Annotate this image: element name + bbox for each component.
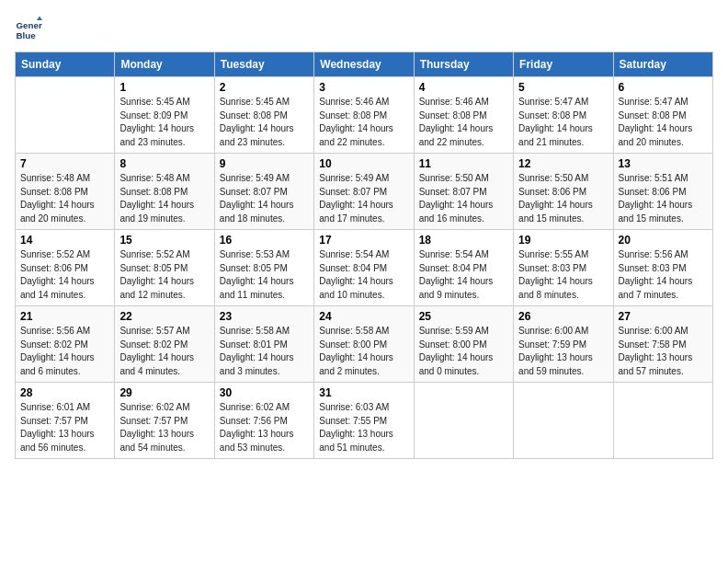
day-number: 2: [220, 81, 309, 94]
day-number: 18: [419, 234, 508, 247]
day-info: Sunrise: 5:48 AM Sunset: 8:08 PM Dayligh…: [119, 172, 209, 225]
calendar-table: SundayMondayTuesdayWednesdayThursdayFrid…: [15, 52, 713, 459]
day-number: 10: [319, 157, 408, 170]
day-info: Sunrise: 5:52 AM Sunset: 8:05 PM Dayligh…: [119, 248, 209, 302]
day-info: Sunrise: 5:59 AM Sunset: 8:00 PM Dayligh…: [419, 325, 508, 378]
weekday-header: Friday: [514, 52, 613, 77]
svg-text:General: General: [17, 20, 43, 30]
day-number: 16: [220, 234, 309, 247]
day-info: Sunrise: 5:58 AM Sunset: 8:00 PM Dayligh…: [319, 325, 408, 378]
day-info: Sunrise: 5:55 AM Sunset: 8:03 PM Dayligh…: [518, 248, 608, 302]
day-info: Sunrise: 5:50 AM Sunset: 8:06 PM Dayligh…: [518, 172, 608, 225]
svg-marker-2: [37, 17, 42, 21]
calendar-cell: 17Sunrise: 5:54 AM Sunset: 8:04 PM Dayli…: [314, 230, 414, 306]
calendar-cell: 3Sunrise: 5:46 AM Sunset: 8:08 PM Daylig…: [314, 77, 414, 154]
calendar-cell: 1Sunrise: 5:45 AM Sunset: 8:09 PM Daylig…: [115, 77, 214, 154]
logo: General Blue: [15, 15, 42, 42]
day-info: Sunrise: 5:47 AM Sunset: 8:08 PM Dayligh…: [619, 96, 708, 149]
day-info: Sunrise: 5:49 AM Sunset: 8:07 PM Dayligh…: [220, 172, 309, 225]
weekday-header: Saturday: [613, 52, 712, 77]
day-info: Sunrise: 5:45 AM Sunset: 8:08 PM Dayligh…: [220, 96, 309, 149]
calendar-cell: [16, 77, 115, 154]
calendar-cell: 11Sunrise: 5:50 AM Sunset: 8:07 PM Dayli…: [414, 154, 513, 230]
day-number: 26: [518, 310, 608, 323]
calendar-cell: 15Sunrise: 5:52 AM Sunset: 8:05 PM Dayli…: [115, 230, 214, 306]
calendar-week-row: 14Sunrise: 5:52 AM Sunset: 8:06 PM Dayli…: [16, 230, 713, 306]
calendar-cell: 13Sunrise: 5:51 AM Sunset: 8:06 PM Dayli…: [613, 154, 712, 230]
calendar-cell: 27Sunrise: 6:00 AM Sunset: 7:58 PM Dayli…: [613, 306, 712, 383]
day-number: 11: [419, 157, 508, 170]
calendar-cell: 31Sunrise: 6:03 AM Sunset: 7:55 PM Dayli…: [314, 383, 414, 459]
calendar-cell: 28Sunrise: 6:01 AM Sunset: 7:57 PM Dayli…: [16, 383, 115, 459]
day-info: Sunrise: 5:46 AM Sunset: 8:08 PM Dayligh…: [419, 96, 508, 149]
svg-text:Blue: Blue: [17, 30, 37, 40]
calendar-week-row: 21Sunrise: 5:56 AM Sunset: 8:02 PM Dayli…: [16, 306, 713, 383]
day-number: 15: [119, 234, 209, 247]
weekday-header: Monday: [115, 52, 214, 77]
day-info: Sunrise: 5:58 AM Sunset: 8:01 PM Dayligh…: [220, 325, 309, 378]
calendar-cell: 29Sunrise: 6:02 AM Sunset: 7:57 PM Dayli…: [115, 383, 214, 459]
calendar-week-row: 1Sunrise: 5:45 AM Sunset: 8:09 PM Daylig…: [16, 77, 713, 154]
day-number: 25: [419, 310, 508, 323]
weekday-header: Wednesday: [314, 52, 414, 77]
day-number: 7: [20, 157, 109, 170]
day-number: 3: [319, 81, 408, 94]
day-info: Sunrise: 5:54 AM Sunset: 8:04 PM Dayligh…: [319, 248, 408, 302]
calendar-cell: 18Sunrise: 5:54 AM Sunset: 8:04 PM Dayli…: [414, 230, 513, 306]
calendar-cell: 9Sunrise: 5:49 AM Sunset: 8:07 PM Daylig…: [214, 154, 313, 230]
day-number: 14: [20, 234, 109, 247]
calendar-cell: [414, 383, 513, 459]
day-info: Sunrise: 5:57 AM Sunset: 8:02 PM Dayligh…: [119, 325, 209, 378]
calendar-cell: 25Sunrise: 5:59 AM Sunset: 8:00 PM Dayli…: [414, 306, 513, 383]
day-info: Sunrise: 5:52 AM Sunset: 8:06 PM Dayligh…: [20, 248, 109, 302]
weekday-header: Sunday: [16, 52, 115, 77]
calendar-week-row: 7Sunrise: 5:48 AM Sunset: 8:08 PM Daylig…: [16, 154, 713, 230]
day-number: 12: [518, 157, 608, 170]
day-info: Sunrise: 5:56 AM Sunset: 8:02 PM Dayligh…: [20, 325, 109, 378]
day-number: 13: [619, 157, 708, 170]
calendar-cell: 30Sunrise: 6:02 AM Sunset: 7:56 PM Dayli…: [214, 383, 313, 459]
day-info: Sunrise: 5:50 AM Sunset: 8:07 PM Dayligh…: [419, 172, 508, 225]
weekday-header: Tuesday: [214, 52, 313, 77]
day-info: Sunrise: 5:47 AM Sunset: 8:08 PM Dayligh…: [518, 96, 608, 149]
day-number: 31: [319, 386, 408, 399]
day-info: Sunrise: 5:56 AM Sunset: 8:03 PM Dayligh…: [619, 248, 708, 302]
calendar-cell: 16Sunrise: 5:53 AM Sunset: 8:05 PM Dayli…: [214, 230, 313, 306]
calendar-cell: 4Sunrise: 5:46 AM Sunset: 8:08 PM Daylig…: [414, 77, 513, 154]
day-info: Sunrise: 6:03 AM Sunset: 7:55 PM Dayligh…: [319, 401, 408, 454]
calendar-cell: [514, 383, 613, 459]
calendar-cell: 12Sunrise: 5:50 AM Sunset: 8:06 PM Dayli…: [514, 154, 613, 230]
day-number: 29: [119, 386, 209, 399]
day-number: 17: [319, 234, 408, 247]
calendar-cell: 20Sunrise: 5:56 AM Sunset: 8:03 PM Dayli…: [613, 230, 712, 306]
day-info: Sunrise: 6:02 AM Sunset: 7:56 PM Dayligh…: [220, 401, 309, 454]
day-info: Sunrise: 5:53 AM Sunset: 8:05 PM Dayligh…: [220, 248, 309, 302]
calendar-cell: 10Sunrise: 5:49 AM Sunset: 8:07 PM Dayli…: [314, 154, 414, 230]
day-number: 5: [518, 81, 608, 94]
calendar-cell: 19Sunrise: 5:55 AM Sunset: 8:03 PM Dayli…: [514, 230, 613, 306]
day-number: 27: [619, 310, 708, 323]
calendar-cell: 24Sunrise: 5:58 AM Sunset: 8:00 PM Dayli…: [314, 306, 414, 383]
calendar-cell: 6Sunrise: 5:47 AM Sunset: 8:08 PM Daylig…: [613, 77, 712, 154]
calendar-cell: 8Sunrise: 5:48 AM Sunset: 8:08 PM Daylig…: [115, 154, 214, 230]
day-number: 20: [619, 234, 708, 247]
day-number: 4: [419, 81, 508, 94]
day-number: 1: [119, 81, 209, 94]
day-info: Sunrise: 5:48 AM Sunset: 8:08 PM Dayligh…: [20, 172, 109, 225]
calendar-cell: 7Sunrise: 5:48 AM Sunset: 8:08 PM Daylig…: [16, 154, 115, 230]
day-number: 22: [119, 310, 209, 323]
calendar-cell: 23Sunrise: 5:58 AM Sunset: 8:01 PM Dayli…: [214, 306, 313, 383]
day-info: Sunrise: 5:54 AM Sunset: 8:04 PM Dayligh…: [419, 248, 508, 302]
day-info: Sunrise: 6:00 AM Sunset: 7:59 PM Dayligh…: [518, 325, 608, 378]
calendar-week-row: 28Sunrise: 6:01 AM Sunset: 7:57 PM Dayli…: [16, 383, 713, 459]
weekday-header-row: SundayMondayTuesdayWednesdayThursdayFrid…: [16, 52, 713, 77]
day-info: Sunrise: 6:01 AM Sunset: 7:57 PM Dayligh…: [20, 401, 109, 454]
day-number: 30: [220, 386, 309, 399]
day-number: 19: [518, 234, 608, 247]
day-number: 21: [20, 310, 109, 323]
calendar-cell: 2Sunrise: 5:45 AM Sunset: 8:08 PM Daylig…: [214, 77, 313, 154]
calendar-cell: 26Sunrise: 6:00 AM Sunset: 7:59 PM Dayli…: [514, 306, 613, 383]
day-info: Sunrise: 5:51 AM Sunset: 8:06 PM Dayligh…: [619, 172, 708, 225]
calendar-cell: [613, 383, 712, 459]
day-info: Sunrise: 6:02 AM Sunset: 7:57 PM Dayligh…: [119, 401, 209, 454]
